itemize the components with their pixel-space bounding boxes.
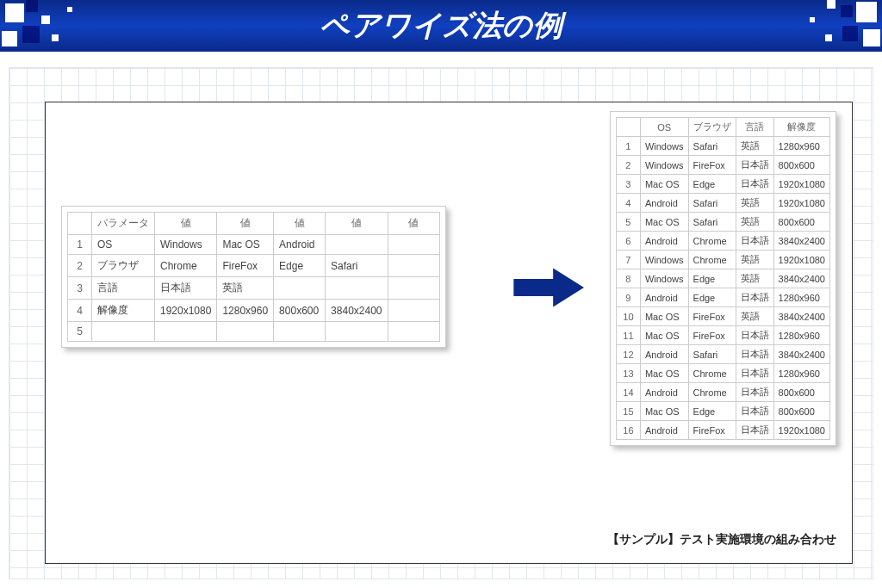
table-cell: 3840x2400 — [773, 269, 829, 288]
table-cell: OS — [92, 235, 155, 255]
table-cell: 日本語 — [155, 277, 217, 300]
table-header-cell: 解像度 — [773, 118, 829, 137]
row-number-cell: 10 — [616, 307, 640, 326]
table-header-cell: パラメータ — [92, 213, 155, 235]
table-cell: FireFox — [688, 307, 736, 326]
table-cell: Windows — [640, 156, 688, 175]
table-header-cell: 言語 — [736, 118, 773, 137]
row-number-cell: 11 — [616, 326, 640, 345]
table-row: 1OSWindowsMac OSAndroid — [68, 235, 440, 255]
row-number-cell: 1 — [616, 137, 640, 156]
table-header-corner — [616, 118, 640, 137]
table-row: 1WindowsSafari英語1280x960 — [616, 137, 829, 156]
table-cell: Edge — [688, 175, 736, 194]
table-cell: Edge — [688, 269, 736, 288]
table-cell: Chrome — [688, 364, 736, 383]
table-row: 11Mac OSFireFox日本語1280x960 — [616, 326, 829, 345]
table-cell: Android — [640, 421, 688, 440]
table-cell: Chrome — [688, 232, 736, 251]
table-cell: Android — [640, 232, 688, 251]
table-row: 3言語日本語英語 — [68, 277, 440, 300]
table-cell — [388, 235, 439, 255]
table-row: 8WindowsEdge英語3840x2400 — [616, 269, 829, 288]
table-cell: Android — [640, 345, 688, 364]
table-header-cell: 値 — [274, 213, 326, 235]
table-header-cell: 値 — [217, 213, 274, 235]
table-cell: Chrome — [155, 255, 217, 277]
table-cell: Android — [640, 288, 688, 307]
row-number-cell: 2 — [616, 156, 640, 175]
table-cell — [388, 300, 439, 322]
title-bar: ペアワイズ法の例 — [0, 0, 882, 52]
row-number-cell: 12 — [616, 345, 640, 364]
table-cell: 日本語 — [736, 232, 773, 251]
caption-label: 【サンプル】テスト実施環境の組み合わせ — [607, 532, 836, 548]
table-cell — [92, 322, 155, 342]
table-cell: 3840x2400 — [773, 232, 829, 251]
row-number-cell: 8 — [616, 269, 640, 288]
table-cell: Android — [640, 194, 688, 213]
table-cell: Chrome — [688, 383, 736, 402]
table-cell: Mac OS — [640, 307, 688, 326]
table-cell: 日本語 — [736, 383, 773, 402]
table-cell: Mac OS — [640, 402, 688, 421]
table-cell: 言語 — [92, 277, 155, 300]
row-number-cell: 2 — [68, 255, 92, 277]
table-cell: 英語 — [217, 277, 274, 300]
table-cell: ブラウザ — [92, 255, 155, 277]
input-table: パラメータ値値値値値 1OSWindowsMac OSAndroid2ブラウザC… — [67, 212, 440, 342]
table-cell: 3840x2400 — [326, 300, 388, 322]
table-cell — [388, 322, 439, 342]
table-row: 13Mac OSChrome日本語1280x960 — [616, 364, 829, 383]
table-header-corner — [68, 213, 92, 235]
table-cell: 英語 — [736, 307, 773, 326]
table-cell: Windows — [640, 251, 688, 269]
table-cell: Mac OS — [640, 175, 688, 194]
table-row: 15Mac OSEdge日本語800x600 — [616, 402, 829, 421]
table-cell — [217, 322, 274, 342]
table-cell: FireFox — [688, 326, 736, 345]
row-number-cell: 5 — [68, 322, 92, 342]
row-number-cell: 15 — [616, 402, 640, 421]
table-cell: 1920x1080 — [773, 175, 829, 194]
table-cell: 800x600 — [773, 383, 829, 402]
table-cell: 日本語 — [736, 288, 773, 307]
table-row: 5Mac OSSafari英語800x600 — [616, 213, 829, 232]
table-header-cell: 値 — [388, 213, 439, 235]
table-cell: 日本語 — [736, 345, 773, 364]
row-number-cell: 1 — [68, 235, 92, 255]
table-cell: 800x600 — [773, 402, 829, 421]
output-table-box: OSブラウザ言語解像度 1WindowsSafari英語1280x9602Win… — [610, 111, 836, 446]
row-number-cell: 9 — [616, 288, 640, 307]
table-header-cell: ブラウザ — [688, 118, 736, 137]
table-header-cell: 値 — [155, 213, 217, 235]
table-header-cell: 値 — [326, 213, 388, 235]
table-cell: Mac OS — [640, 364, 688, 383]
table-cell: 日本語 — [736, 175, 773, 194]
table-row: 3Mac OSEdge日本語1920x1080 — [616, 175, 829, 194]
table-row: 5 — [68, 322, 440, 342]
table-cell: 800x600 — [274, 300, 326, 322]
row-number-cell: 16 — [616, 421, 640, 440]
table-cell: FireFox — [217, 255, 274, 277]
table-cell: 日本語 — [736, 156, 773, 175]
table-cell: 日本語 — [736, 421, 773, 440]
table-cell: Edge — [274, 255, 326, 277]
table-cell: 英語 — [736, 194, 773, 213]
table-cell: FireFox — [688, 156, 736, 175]
table-cell: Safari — [688, 194, 736, 213]
table-cell: Windows — [640, 137, 688, 156]
table-cell: FireFox — [688, 421, 736, 440]
table-cell: 英語 — [736, 137, 773, 156]
table-cell: 1280x960 — [773, 326, 829, 345]
table-cell: Safari — [688, 345, 736, 364]
table-row: 4解像度1920x10801280x960800x6003840x2400 — [68, 300, 440, 322]
table-cell — [274, 322, 326, 342]
table-cell: 英語 — [736, 251, 773, 269]
arrow-icon — [511, 266, 588, 309]
input-table-header-row: パラメータ値値値値値 — [68, 213, 440, 235]
svg-marker-0 — [513, 269, 584, 307]
table-cell — [388, 255, 439, 277]
table-cell: Chrome — [688, 251, 736, 269]
table-row: 10Mac OSFireFox英語3840x2400 — [616, 307, 829, 326]
